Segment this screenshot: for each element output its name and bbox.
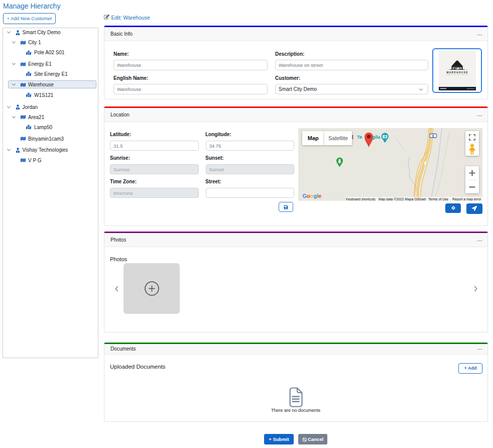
svg-text:gila: gila xyxy=(372,134,381,140)
svg-text:Te: Te xyxy=(357,134,362,140)
svg-text:6: 6 xyxy=(432,134,434,138)
svg-text:MODERN LOGISTIC SERVICE: MODERN LOGISTIC SERVICE xyxy=(446,74,468,75)
